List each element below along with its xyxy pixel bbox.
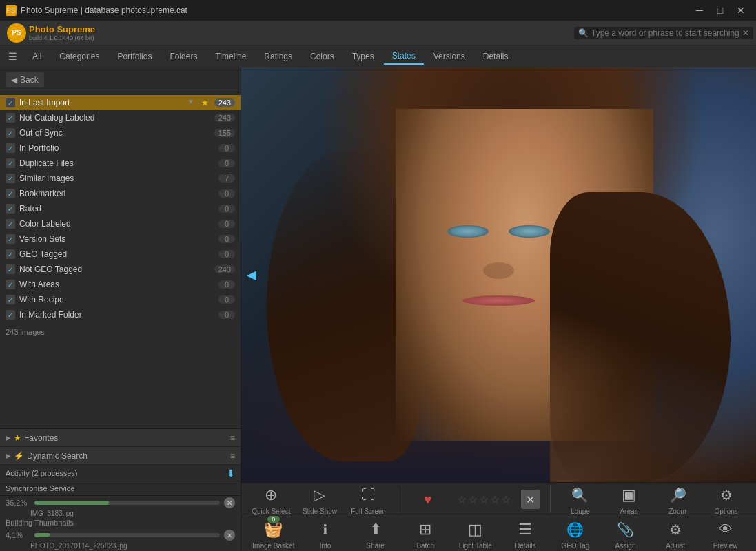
favorites-panel[interactable]: ▶ ★ Favorites ≡	[0, 429, 241, 447]
details-label: Details	[515, 542, 536, 550]
sync-label: Synchronise Service	[6, 484, 74, 492]
back-button[interactable]: ◀ Back	[6, 72, 44, 87]
options-button[interactable]: ⚙ Options	[707, 484, 746, 515]
tab-types[interactable]: Types	[344, 49, 382, 64]
quick-select-button[interactable]: ⊕ Quick Select	[252, 484, 290, 515]
tab-portfolios[interactable]: Portfolios	[109, 49, 160, 64]
state-checkbox-out-of-sync[interactable]: ✓	[6, 128, 15, 138]
state-star-icon: ★	[201, 98, 209, 107]
state-item-similar-images[interactable]: ✓ Similar Images 7	[0, 171, 241, 186]
quick-select-label: Quick Select	[252, 508, 290, 515]
batch-button[interactable]: ⊞ Batch	[406, 519, 445, 550]
maximize-button[interactable]: □	[711, 3, 730, 17]
image-basket-badge: 0	[267, 516, 280, 523]
state-count-with-areas: 0	[218, 280, 235, 289]
state-checkbox-rated[interactable]: ✓	[6, 204, 15, 214]
image-count: 243 images	[0, 322, 241, 342]
search-box[interactable]: 🔍 ✕	[574, 27, 753, 39]
minimize-button[interactable]: ─	[690, 3, 709, 17]
state-checkbox-color-labeled[interactable]: ✓	[6, 219, 15, 229]
tab-all[interactable]: All	[24, 49, 50, 64]
progress-cancel-2[interactable]: ✕	[224, 530, 235, 541]
favorites-menu-icon[interactable]: ≡	[230, 433, 235, 443]
adjust-button[interactable]: ⚙ Adjust	[656, 519, 695, 550]
sidebar: ◀ Back ✓ In Last Import ▼ ★ 243 ✓ Not Ca…	[0, 67, 241, 551]
state-item-version-sets[interactable]: ✓ Version Sets 0	[0, 231, 241, 247]
state-item-in-last-import[interactable]: ✓ In Last Import ▼ ★ 243	[0, 95, 241, 110]
state-checkbox-not-catalog-labeled[interactable]: ✓	[6, 113, 15, 123]
assign-label: Assign	[615, 542, 635, 550]
tab-versions[interactable]: Versions	[425, 49, 473, 64]
preview-button[interactable]: 👁 Preview	[706, 519, 745, 550]
star-5[interactable]: ☆	[501, 493, 511, 506]
state-item-geo-tagged[interactable]: ✓ GEO Tagged 0	[0, 247, 241, 262]
star-1[interactable]: ☆	[457, 493, 467, 506]
hamburger-menu[interactable]: ☰	[3, 48, 23, 65]
state-checkbox-with-recipe[interactable]: ✓	[6, 295, 15, 304]
light-table-label: Light Table	[459, 542, 492, 550]
state-count-in-marked-folder: 0	[218, 311, 235, 319]
tab-ratings[interactable]: Ratings	[256, 49, 300, 64]
dynamic-search-menu-icon[interactable]: ≡	[230, 451, 235, 461]
state-item-out-of-sync[interactable]: ✓ Out of Sync 155	[0, 125, 241, 141]
zoom-button[interactable]: 🔎 Zoom	[658, 484, 697, 515]
state-item-with-recipe[interactable]: ✓ With Recipe 0	[0, 292, 241, 307]
state-item-in-marked-folder[interactable]: ✓ In Marked Folder 0	[0, 307, 241, 322]
close-button[interactable]: ✕	[731, 3, 750, 17]
image-basket-button[interactable]: 0 🧺 Image Basket	[252, 519, 294, 550]
tab-details[interactable]: Details	[475, 49, 517, 64]
tab-colors[interactable]: Colors	[302, 49, 343, 64]
state-checkbox-duplicate-files[interactable]: ✓	[6, 158, 15, 168]
full-screen-button[interactable]: ⛶ Full Screen	[349, 484, 388, 515]
details-button[interactable]: ☰ Details	[506, 519, 544, 550]
state-item-duplicate-files[interactable]: ✓ Duplicate Files 0	[0, 156, 241, 171]
light-table-button[interactable]: ◫ Light Table	[456, 519, 495, 550]
activity-bar: Activity (2 processes) ⬇	[0, 465, 241, 481]
loupe-button[interactable]: 🔍 Loupe	[561, 484, 600, 515]
info-button[interactable]: ℹ Info	[306, 519, 345, 550]
slide-show-button[interactable]: ▷ Slide Show	[300, 484, 339, 515]
assign-icon: 📎	[614, 519, 636, 541]
adjust-label: Adjust	[666, 542, 685, 550]
state-checkbox-geo-tagged[interactable]: ✓	[6, 249, 15, 259]
state-checkbox-bookmarked[interactable]: ✓	[6, 189, 15, 198]
state-label-in-last-import: In Last Import	[19, 98, 183, 107]
star-4[interactable]: ☆	[490, 493, 500, 506]
dynamic-search-panel[interactable]: ▶ ⚡ Dynamic Search ≡	[0, 447, 241, 465]
state-checkbox-version-sets[interactable]: ✓	[6, 234, 15, 244]
activity-label: Activity (2 processes)	[6, 469, 224, 477]
star-3[interactable]: ☆	[479, 493, 489, 506]
state-item-in-portfolio[interactable]: ✓ In Portfolio 0	[0, 141, 241, 156]
tab-states[interactable]: States	[384, 48, 424, 65]
state-item-not-geo-tagged[interactable]: ✓ Not GEO Tagged 243	[0, 262, 241, 277]
progress-cancel-1[interactable]: ✕	[224, 497, 235, 508]
state-label-color-labeled: Color Labeled	[19, 219, 214, 229]
state-item-with-areas[interactable]: ✓ With Areas 0	[0, 277, 241, 292]
assign-button[interactable]: 📎 Assign	[606, 519, 644, 550]
activity-download-icon[interactable]: ⬇	[227, 468, 235, 479]
tab-timeline[interactable]: Timeline	[207, 49, 254, 64]
state-item-color-labeled[interactable]: ✓ Color Labeled 0	[0, 216, 241, 231]
state-item-rated[interactable]: ✓ Rated 0	[0, 201, 241, 216]
titlebar-controls: ─ □ ✕	[690, 3, 750, 17]
tab-categories[interactable]: Categories	[51, 49, 108, 64]
areas-button[interactable]: ▣ Areas	[609, 484, 648, 515]
state-checkbox-similar-images[interactable]: ✓	[6, 174, 15, 183]
star-rating[interactable]: ☆ ☆ ☆ ☆ ☆	[457, 493, 511, 506]
state-item-bookmarked[interactable]: ✓ Bookmarked 0	[0, 186, 241, 201]
state-checkbox-with-areas[interactable]: ✓	[6, 280, 15, 289]
state-checkbox-in-portfolio[interactable]: ✓	[6, 143, 15, 153]
share-button[interactable]: ⬆ Share	[356, 519, 395, 550]
search-input[interactable]	[591, 28, 739, 38]
heart-button[interactable]: ♥	[409, 488, 447, 510]
state-checkbox-in-marked-folder[interactable]: ✓	[6, 310, 15, 320]
state-checkbox-not-geo-tagged[interactable]: ✓	[6, 264, 15, 274]
state-checkbox-in-last-import[interactable]: ✓	[6, 98, 15, 107]
search-clear-icon[interactable]: ✕	[742, 28, 749, 38]
tab-folders[interactable]: Folders	[161, 49, 205, 64]
rating-clear-button[interactable]: ✕	[521, 490, 540, 509]
star-2[interactable]: ☆	[468, 493, 478, 506]
image-nav-left[interactable]: ◀	[247, 267, 256, 282]
geo-tag-button[interactable]: 🌐 GEO Tag	[556, 519, 595, 550]
state-item-not-catalog-labeled[interactable]: ✓ Not Catalog Labeled 243	[0, 110, 241, 125]
